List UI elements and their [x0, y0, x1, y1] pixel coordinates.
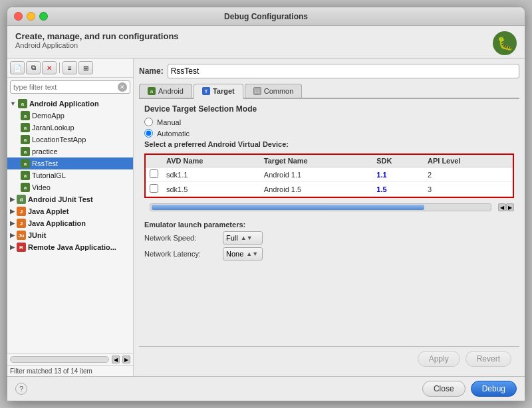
table-row: sdk1.5 Android 1.5 1.5 3 [146, 182, 513, 197]
search-box[interactable]: ✕ [10, 80, 130, 94]
row1-checkbox[interactable] [150, 169, 158, 178]
th-api: API Level [424, 155, 513, 167]
java-applet-icon: J [17, 207, 26, 216]
search-clear-button[interactable]: ✕ [118, 82, 127, 92]
tutorialgl-icon: a [21, 171, 30, 180]
avd-label: Select a preferred Android Virtual Devic… [144, 140, 519, 148]
tab-target[interactable]: T Target [194, 84, 243, 99]
tree-group-java-app[interactable]: ▶ J Java Application [7, 217, 133, 229]
row1-api: 2 [424, 167, 513, 182]
tree: ▼ a Android Application a DemoApp a Jara… [7, 96, 133, 353]
radio-automatic-row: Automatic [144, 129, 519, 138]
chevron-right-icon4: ▶ [10, 232, 15, 239]
java-app-label: Java Application [28, 219, 86, 227]
revert-button[interactable]: Revert [466, 351, 511, 367]
apply-button[interactable]: Apply [418, 351, 460, 367]
row2-check[interactable] [146, 182, 162, 197]
titlebar: Debug Configurations [7, 7, 525, 26]
tree-item-demoapp[interactable]: a DemoApp [7, 110, 133, 122]
network-latency-select[interactable]: None ▲▼ [223, 247, 263, 260]
rsstest-label: RssTest [32, 159, 58, 167]
network-speed-select[interactable]: Full ▲▼ [223, 231, 263, 245]
target-section: Device Target Selection Mode Manual Auto… [139, 104, 519, 346]
row1-check[interactable] [146, 167, 162, 182]
tree-item-tutorialgl[interactable]: a TutorialGL [7, 169, 133, 181]
sidebar-hscrollbar[interactable] [10, 356, 109, 363]
row2-avd: sdk1.5 [162, 182, 260, 197]
debug-button[interactable]: Debug [471, 381, 517, 397]
expand-button[interactable]: ⊞ [78, 61, 93, 74]
scroll-right-button[interactable]: ▶ [122, 356, 130, 363]
duplicate-config-button[interactable]: ⧉ [26, 61, 41, 74]
scroll-left-button[interactable]: ◀ [112, 356, 120, 363]
remote-java-icon: R [17, 243, 26, 252]
network-latency-label: Network Latency: [144, 250, 217, 258]
tree-item-video[interactable]: a Video [7, 181, 133, 193]
tree-group-android-junit[interactable]: ▶ d Android JUnit Test [7, 193, 133, 205]
manual-label: Manual [157, 118, 181, 126]
row1-sdk: 1.1 [372, 167, 424, 182]
tabs-row: a Android T Target □ Common [139, 84, 519, 99]
header-title: Create, manage, and run configurations [15, 31, 179, 41]
maximize-traffic-light[interactable] [39, 12, 48, 21]
tab-android-icon: a [148, 87, 156, 95]
android-junit-label: Android JUnit Test [28, 195, 93, 203]
scrollbar-row: ◀ ▶ [144, 202, 514, 213]
rsstest-icon: a [21, 159, 30, 168]
tab-android[interactable]: a Android [139, 84, 192, 98]
main-window: Debug Configurations Create, manage, and… [7, 7, 525, 401]
sidebar-toolbar: 📄 ⧉ ✕ ≡ ⊞ [7, 58, 133, 78]
name-row: Name: [139, 64, 519, 78]
help-button[interactable]: ? [15, 383, 27, 395]
network-speed-label: Network Speed: [144, 234, 217, 242]
th-target-name: Target Name [260, 155, 372, 167]
junit-label: JUnit [28, 231, 47, 239]
avd-hscrollbar[interactable] [150, 203, 491, 211]
tree-group-junit[interactable]: ▶ Ju JUnit [7, 229, 133, 241]
row2-checkbox[interactable] [150, 184, 158, 193]
section-title: Device Target Selection Mode [144, 104, 519, 114]
new-config-button[interactable]: 📄 [10, 61, 25, 74]
minimize-traffic-light[interactable] [27, 12, 35, 21]
bottom-bar: ? Close Debug [7, 376, 525, 401]
name-label: Name: [139, 66, 164, 76]
header-section: Create, manage, and run configurations A… [7, 26, 525, 58]
apply-revert-footer: Apply Revert [139, 346, 519, 371]
tab-android-label: Android [158, 87, 184, 95]
name-input[interactable] [168, 64, 519, 78]
avd-table-wrapper: AVD Name Target Name SDK API Level sdk1.… [144, 153, 514, 198]
close-traffic-light[interactable] [14, 12, 23, 21]
tree-group-remote-java[interactable]: ▶ R Remote Java Applicatio... [7, 241, 133, 253]
row1-target: Android 1.1 [260, 167, 372, 182]
search-input[interactable] [13, 83, 118, 91]
tree-group-java-applet[interactable]: ▶ J Java Applet [7, 205, 133, 217]
delete-config-button[interactable]: ✕ [42, 61, 57, 74]
hscrollbar-thumb [152, 205, 424, 210]
tree-item-jaranlookup[interactable]: a JaranLookup [7, 122, 133, 134]
android-app-group-label: Android Application [29, 100, 99, 108]
automatic-radio[interactable] [144, 129, 153, 138]
bug-icon: 🐛 [493, 31, 517, 55]
chevron-right-icon2: ▶ [10, 208, 15, 215]
close-button[interactable]: Close [422, 381, 466, 397]
tab-target-label: Target [213, 87, 235, 95]
demoapp-icon: a [21, 111, 30, 120]
chevron-right-icon3: ▶ [10, 220, 15, 227]
tree-item-practice[interactable]: a practice [7, 146, 133, 157]
avd-scroll-right[interactable]: ▶ [506, 203, 514, 211]
tree-item-locationtestapp[interactable]: a LocationTestApp [7, 134, 133, 146]
tab-common[interactable]: □ Common [245, 84, 303, 98]
row1-avd: sdk1.1 [162, 167, 260, 182]
tree-group-android-app[interactable]: ▼ a Android Application [7, 98, 133, 110]
android-junit-icon: d [17, 195, 26, 204]
avd-scroll-left[interactable]: ◀ [498, 203, 506, 211]
tree-item-rsstest[interactable]: a RssTest [7, 157, 133, 169]
th-check [146, 155, 162, 167]
content-area: 📄 ⧉ ✕ ≡ ⊞ ✕ ▼ a Android Application [7, 58, 525, 376]
tab-common-label: Common [264, 87, 294, 95]
jaranlookup-label: JaranLookup [32, 124, 74, 132]
sidebar: 📄 ⧉ ✕ ≡ ⊞ ✕ ▼ a Android Application [7, 58, 134, 376]
toolbar-separator [59, 62, 60, 73]
filter-button[interactable]: ≡ [63, 61, 77, 74]
manual-radio[interactable] [144, 118, 153, 126]
